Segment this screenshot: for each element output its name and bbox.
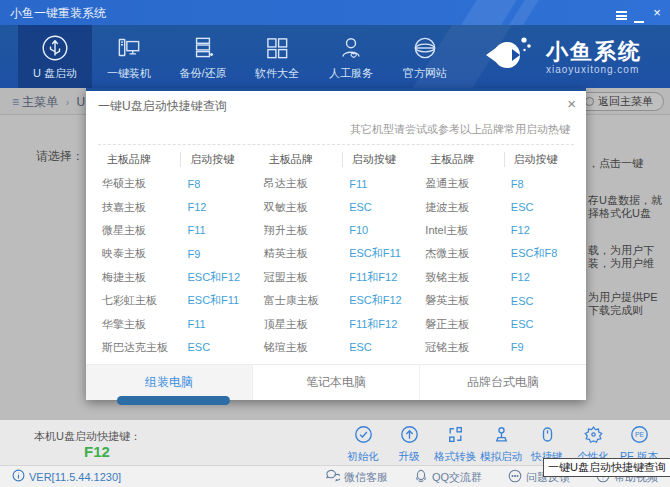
key-column-header: 启动按键 [504,152,573,167]
table-header-row: 主板品牌 启动按键 [423,147,572,172]
minimize-icon[interactable] [630,4,648,21]
table-row: 华硕主板F8 [100,172,249,195]
brand-domain: xiaoyuxitong.com [546,64,642,75]
version-info: VER[11.5.44.1230] [12,469,121,484]
brand-cell: 富士康主板 [262,293,340,308]
dialog-header: 一键U盘启动快捷键查询 × [86,91,586,118]
key-cell: ESC [502,295,572,307]
format-icon [446,425,465,448]
nav-item-human-service[interactable]: 人工服务 [314,25,388,88]
brand-logo: 小鱼系统 xiaoyuxitong.com [476,33,642,81]
nav-item-label: 官方网站 [403,66,447,81]
key-cell: ESC [340,341,410,353]
hotkey-table: 主板品牌 启动按键 华硕主板F8技嘉主板F12微星主板F11映泰主板F9梅捷主板… [100,147,572,359]
wechat-support-link[interactable]: 微信客服 [326,469,388,485]
key-cell: ESC [502,318,572,330]
tool-simulate-boot[interactable]: 模拟启动 [478,423,524,465]
personalize-icon [584,425,603,448]
brand-cell: 盈通主板 [423,176,501,191]
usb-icon [40,33,70,63]
brand-cell: 映泰主板 [100,246,178,261]
brand-column-header: 主板品牌 [423,152,503,167]
nav-item-label: 一键装机 [107,66,151,81]
nav-item-official-site[interactable]: 官方网站 [388,25,462,88]
svg-text:PE: PE [634,431,644,438]
brand-cell: 华擎主板 [100,317,178,332]
brand-cell: 顶星主板 [262,317,340,332]
table-row: 梅捷主板ESC和F12 [100,266,249,289]
table-header-row: 主板品牌 启动按键 [100,147,249,172]
nav-item-software-center[interactable]: 软件大全 [240,25,314,88]
hotkey-tooltip: 一键U盘启动快捷键查询 [543,458,670,477]
hotkey-table-group: 主板品牌 启动按键 盈通主板F8捷波主板ESCIntel主板F12杰微主板ESC… [423,147,572,359]
brand-cell: 华硕主板 [100,176,178,191]
table-header-row: 主板品牌 启动按键 [262,147,411,172]
table-row: 磐正主板ESC [423,312,572,335]
hotkey-icon [538,425,557,448]
key-cell: F12 [178,201,248,213]
simulate-icon [492,425,511,448]
tab-laptop[interactable]: 笔记本电脑 [252,365,419,400]
fish-logo-icon [476,33,538,81]
close-icon[interactable]: × [648,4,666,21]
active-tab-underline [117,396,230,405]
key-cell: F11和F12 [340,270,410,285]
nav-bar: U 盘启动 一键装机 [0,25,670,88]
brand-cell: 翔升主板 [262,223,340,238]
table-row: 翔升主板F10 [262,219,411,242]
key-cell: F12 [502,271,572,283]
brand-cell: 冠盟主板 [262,270,340,285]
brand-cell: 七彩虹主板 [100,293,178,308]
menu-icon[interactable] [612,4,630,21]
brand-cell: Intel主板 [423,223,501,238]
table-row: 冠盟主板F11和F12 [262,266,411,289]
app-window: 小鱼一键重装系统 × U 盘启动 [0,0,670,487]
tab-assembled-pc[interactable]: 组装电脑 [86,365,252,400]
website-icon [410,33,440,63]
brand-cell: 昂达主板 [262,176,340,191]
key-cell: ESC和F11 [340,246,410,261]
qq-group-link[interactable]: QQ交流群 [414,469,482,485]
key-cell: ESC [502,201,572,213]
table-row: 致铭主板F12 [423,266,572,289]
dialog-tab-bar: 组装电脑 笔记本电脑 品牌台式电脑 [86,364,586,400]
key-cell: F10 [340,224,410,236]
key-cell: F11和F12 [340,317,410,332]
hotkey-lookup-dialog: 一键U盘启动快捷键查询 × 其它机型请尝试或参考以上品牌常用启动热键 主板品牌 … [86,88,586,400]
dialog-close-icon[interactable]: × [567,95,576,112]
key-cell: F8 [178,178,248,190]
brand-name: 小鱼系统 [546,40,642,64]
hotkey-table-group: 主板品牌 启动按键 昂达主板F11双敏主板ESC翔升主板F10精英主板ESC和F… [262,147,411,359]
key-cell: ESC和F12 [178,270,248,285]
key-cell: F9 [178,248,248,260]
nav-item-udisk-boot[interactable]: U 盘启动 [18,25,92,88]
key-cell: ESC和F8 [502,246,572,261]
brand-cell: 双敏主板 [262,200,340,215]
key-cell: ESC和F11 [178,293,248,308]
wechat-icon [326,469,340,485]
tool-initialize[interactable]: 初始化 [340,423,386,465]
nav-item-backup-restore[interactable]: 备份/还原 [166,25,240,88]
nav-item-label: 人工服务 [329,66,373,81]
computer-icon [114,33,144,63]
table-row: 华擎主板F11 [100,312,249,335]
tool-upgrade[interactable]: 升级 [386,423,432,465]
brand-cell: 致铭主板 [423,270,501,285]
nav-item-one-key-install[interactable]: 一键装机 [92,25,166,88]
table-row: 冠铭主板F9 [423,336,572,359]
brand-cell: 杰微主板 [423,246,501,261]
brand-cell: 技嘉主板 [100,200,178,215]
backup-icon [188,33,218,63]
dashed-divider [98,144,574,145]
key-cell: F11 [340,178,410,190]
key-cell: F11 [178,224,248,236]
table-row: 斯巴达克主板ESC [100,336,249,359]
table-row: 顶星主板F11和F12 [262,312,411,335]
tab-brand-desktop[interactable]: 品牌台式电脑 [419,365,586,400]
tool-format-convert[interactable]: 格式转换 [432,423,478,465]
nav-item-label: 软件大全 [255,66,299,81]
dialog-title: 一键U盘启动快捷键查询 [98,98,227,115]
key-column-header: 启动按键 [180,152,249,167]
key-cell: ESC [340,201,410,213]
key-cell: F11 [178,318,248,330]
